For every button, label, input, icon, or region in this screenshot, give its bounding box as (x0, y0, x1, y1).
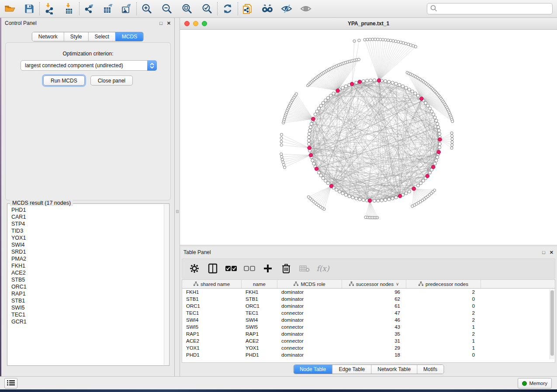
graph-node[interactable] (391, 81, 394, 84)
cell-predecessor-nodes[interactable]: 0 (406, 303, 481, 309)
graph-node[interactable] (344, 193, 347, 196)
graph-dominator-node[interactable] (309, 153, 313, 157)
graph-node[interactable] (387, 198, 391, 201)
graph-node[interactable] (384, 79, 387, 83)
cell-predecessor-nodes[interactable]: 1 (406, 338, 481, 344)
graph-node[interactable] (411, 90, 414, 93)
graph-node[interactable] (338, 190, 341, 193)
network-canvas[interactable] (180, 30, 557, 245)
graph-node[interactable] (437, 129, 440, 132)
graph-dominator-node[interactable] (412, 187, 416, 191)
column-header-name[interactable]: name (242, 280, 277, 288)
mcds-result-item[interactable]: PMA2 (8, 255, 164, 262)
cell-name[interactable]: STB1 (242, 296, 277, 302)
mcds-result-item[interactable]: FKH1 (8, 262, 164, 269)
graph-node[interactable] (398, 83, 401, 86)
tab-select[interactable]: Select (88, 32, 115, 41)
graph-leaf-node[interactable] (411, 205, 414, 207)
cell-successor-nodes[interactable]: 96 (342, 289, 406, 295)
graph-node[interactable] (322, 176, 325, 179)
graph-node[interactable] (319, 104, 322, 107)
graph-leaf-node[interactable] (374, 38, 377, 41)
cell-name[interactable]: ACE2 (242, 338, 277, 344)
cell-shared-name[interactable]: YOX1 (182, 345, 242, 351)
graph-leaf-node[interactable] (366, 38, 369, 41)
cell-successor-nodes[interactable]: 47 (342, 310, 406, 316)
graph-node[interactable] (428, 171, 431, 174)
graph-node[interactable] (344, 85, 347, 88)
mcds-result-item[interactable]: SWI4 (8, 241, 164, 248)
cell-predecessor-nodes[interactable]: 2 (406, 331, 481, 337)
graph-dominator-node[interactable] (426, 174, 429, 178)
graph-node[interactable] (380, 199, 383, 202)
graph-node[interactable] (433, 116, 436, 119)
table-row[interactable]: YOX1YOX1connector291 (182, 344, 555, 351)
delete-table-button[interactable] (298, 262, 311, 275)
graph-node[interactable] (324, 179, 327, 182)
graph-node[interactable] (405, 192, 408, 195)
tab-mcds[interactable]: MCDS (115, 32, 143, 41)
tab-network-table[interactable]: Network Table (371, 365, 417, 374)
cell-mcds-role[interactable]: dominator (277, 289, 342, 295)
graph-node[interactable] (335, 188, 338, 191)
cell-name[interactable]: PHD1 (242, 352, 277, 358)
graph-node[interactable] (430, 110, 433, 113)
mcds-result-item[interactable]: ORC1 (8, 283, 164, 290)
mcds-result-item[interactable]: STB1 (8, 297, 164, 304)
graph-node[interactable] (438, 132, 441, 135)
graph-dominator-node[interactable] (432, 165, 436, 169)
cell-shared-name[interactable]: RAP1 (182, 331, 242, 337)
graph-node[interactable] (373, 79, 376, 82)
graph-node[interactable] (307, 139, 310, 142)
mcds-result-item[interactable]: SWI5 (8, 304, 164, 311)
mcds-result-item[interactable]: CAR1 (8, 213, 164, 220)
graph-leaf-node[interactable] (451, 141, 453, 143)
mcds-result-item[interactable]: PHD1 (8, 206, 164, 213)
zoom-in-button[interactable] (139, 2, 154, 16)
graph-node[interactable] (332, 92, 335, 95)
graph-node[interactable] (311, 159, 314, 162)
graph-node[interactable] (391, 197, 394, 200)
mcds-result-item[interactable]: TEC1 (8, 311, 164, 318)
cell-successor-nodes[interactable]: 29 (342, 345, 406, 351)
table-scrollbar-thumb[interactable] (550, 290, 554, 356)
cell-shared-name[interactable]: ACE2 (182, 338, 242, 344)
graph-leaf-node[interactable] (377, 38, 379, 41)
zoom-fit-button[interactable] (180, 2, 194, 16)
close-panel-button[interactable]: Close panel (90, 76, 133, 86)
graph-node[interactable] (422, 179, 425, 182)
graph-leaf-node[interactable] (283, 166, 286, 168)
graph-leaf-node[interactable] (384, 38, 387, 41)
graph-node[interactable] (432, 113, 435, 116)
graph-dominator-node[interactable] (311, 117, 315, 121)
graph-node[interactable] (351, 196, 354, 199)
graph-leaf-node[interactable] (280, 144, 283, 146)
cell-predecessor-nodes[interactable]: 1 (406, 324, 481, 330)
graph-node[interactable] (308, 136, 311, 139)
cell-shared-name[interactable]: PHD1 (182, 352, 242, 358)
cell-predecessor-nodes[interactable]: 2 (406, 310, 481, 316)
cell-name[interactable]: SWI4 (242, 317, 277, 323)
close-table-panel-icon[interactable]: ✕ (550, 250, 554, 255)
table-row[interactable]: STB1STB1dominator620 (182, 296, 555, 303)
cell-name[interactable]: YOX1 (242, 345, 277, 351)
graph-node[interactable] (435, 119, 438, 122)
graph-node[interactable] (416, 94, 419, 97)
graph-leaf-node[interactable] (414, 45, 417, 48)
graph-node[interactable] (387, 80, 391, 83)
graph-dominator-node[interactable] (315, 167, 318, 171)
graph-node[interactable] (424, 101, 427, 104)
graph-node[interactable] (310, 122, 313, 125)
mcds-list-scrollbar[interactable] (164, 204, 169, 365)
graph-leaf-node[interactable] (450, 147, 453, 149)
graph-leaf-node[interactable] (282, 161, 284, 163)
table-scrollbar[interactable] (550, 289, 554, 359)
unselect-all-columns-button[interactable] (243, 262, 256, 275)
graph-node[interactable] (317, 171, 320, 174)
cell-mcds-role[interactable]: dominator (277, 317, 342, 323)
cell-shared-name[interactable]: ORC1 (182, 303, 242, 309)
cell-name[interactable]: FKH1 (242, 289, 277, 295)
graph-leaf-node[interactable] (381, 38, 384, 41)
graph-node[interactable] (408, 88, 411, 91)
cell-successor-nodes[interactable]: 43 (342, 324, 406, 330)
